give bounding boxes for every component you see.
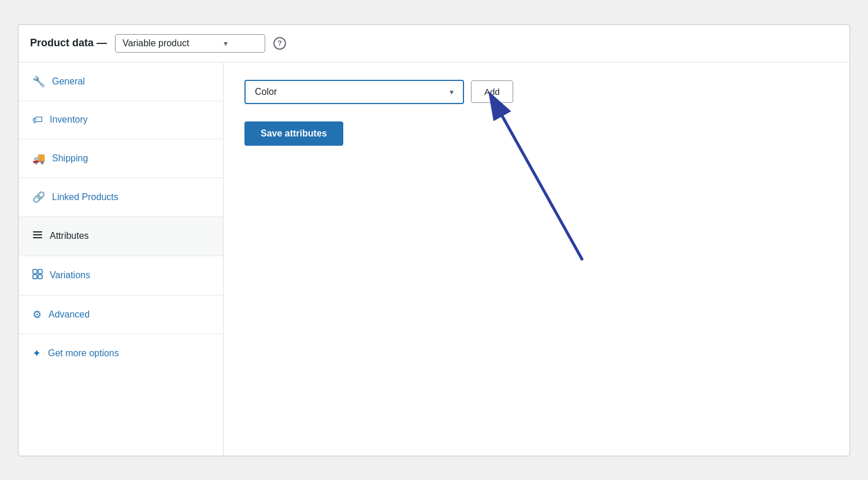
sidebar-item-inventory-label: Inventory	[50, 115, 88, 125]
arrow-svg	[466, 91, 628, 276]
sidebar-item-linked-products-label: Linked Products	[52, 192, 118, 202]
annotation-arrow	[466, 91, 628, 276]
wrench-icon: 🔧	[32, 75, 45, 88]
help-label: ?	[277, 39, 282, 47]
sidebar-item-get-more-options-label: Get more options	[48, 348, 119, 359]
sidebar-item-shipping[interactable]: 🚚 Shipping	[18, 139, 223, 178]
sidebar-item-linked-products[interactable]: 🔗 Linked Products	[18, 178, 223, 217]
inventory-icon: 🏷	[32, 114, 43, 126]
attribute-chevron-icon: ▾	[450, 87, 454, 97]
sidebar-item-variations[interactable]: Variations	[18, 256, 223, 296]
sidebar: 🔧 General 🏷 Inventory 🚚 Shipping 🔗 Linke…	[18, 62, 224, 456]
sidebar-item-get-more-options[interactable]: ✦ Get more options	[18, 334, 223, 372]
attribute-select[interactable]: Color ▾	[244, 80, 464, 104]
svg-rect-1	[33, 234, 42, 235]
sidebar-item-advanced[interactable]: ⚙ Advanced	[18, 296, 223, 334]
help-icon[interactable]: ?	[273, 37, 286, 50]
sidebar-item-variations-label: Variations	[50, 270, 90, 280]
truck-icon: 🚚	[32, 152, 45, 165]
sidebar-item-general[interactable]: 🔧 General	[18, 62, 223, 101]
add-button[interactable]: Add	[471, 80, 513, 103]
sidebar-item-advanced-label: Advanced	[49, 309, 90, 320]
attribute-select-value: Color	[255, 87, 277, 97]
svg-line-8	[498, 109, 582, 259]
svg-rect-3	[33, 269, 37, 274]
sidebar-item-attributes[interactable]: Attributes	[18, 217, 223, 256]
svg-rect-6	[38, 275, 42, 279]
svg-rect-5	[33, 275, 37, 279]
link-icon: 🔗	[32, 191, 45, 204]
chevron-down-icon: ▾	[224, 39, 228, 48]
main-content: Color ▾ Add Save attributes	[224, 62, 850, 456]
panel-title: Product data —	[30, 37, 107, 49]
list-icon	[32, 230, 43, 243]
sidebar-item-shipping-label: Shipping	[52, 153, 88, 164]
gear-icon: ⚙	[32, 308, 42, 321]
product-type-select[interactable]: Variable product ▾	[115, 34, 265, 53]
panel-header: Product data — Variable product ▾ ?	[18, 25, 850, 62]
svg-rect-0	[33, 231, 42, 232]
save-attributes-button[interactable]: Save attributes	[244, 121, 343, 146]
svg-rect-4	[38, 269, 42, 274]
product-data-panel: Product data — Variable product ▾ ? 🔧 Ge…	[18, 24, 850, 456]
sidebar-item-attributes-label: Attributes	[50, 231, 89, 241]
product-type-label: Variable product	[123, 38, 189, 49]
panel-body: 🔧 General 🏷 Inventory 🚚 Shipping 🔗 Linke…	[18, 62, 850, 456]
grid-icon	[32, 269, 43, 282]
sidebar-item-general-label: General	[52, 76, 85, 87]
plugin-icon: ✦	[32, 347, 41, 360]
svg-rect-2	[33, 237, 42, 238]
sidebar-item-inventory[interactable]: 🏷 Inventory	[18, 101, 223, 139]
attribute-row: Color ▾ Add	[244, 80, 829, 104]
